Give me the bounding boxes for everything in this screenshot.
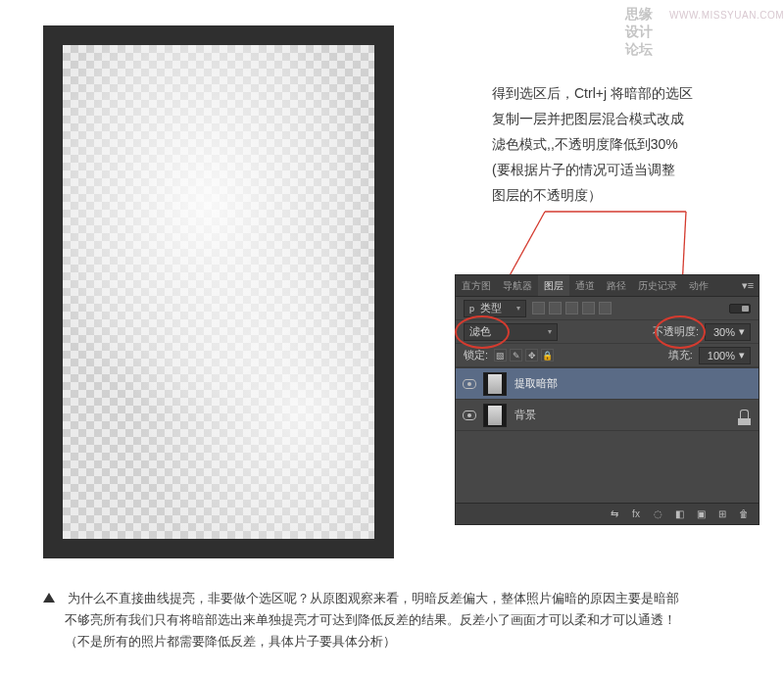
lock-fill-row: 锁定: ▧ ✎ ✥ 🔒 填充: 100% ▾ [456, 344, 759, 367]
tab-paths[interactable]: 路径 [601, 275, 632, 296]
filter-icons [532, 302, 612, 314]
chevron-down-icon: ▾ [548, 327, 552, 336]
panel-footer: ⇆ fx ◌ ◧ ▣ ⊞ 🗑 [456, 503, 759, 524]
lock-position-icon[interactable]: ✥ [525, 349, 538, 362]
lock-paint-icon[interactable]: ✎ [510, 349, 522, 362]
bottom-note: 为什么不直接曲线提亮，非要做个选区呢？从原图观察来看，明暗反差偏大，整体照片偏暗… [43, 588, 749, 652]
layer-thumbnail[interactable] [483, 404, 507, 427]
watermark-text: 思缘设计论坛 [625, 6, 663, 59]
tab-navigator[interactable]: 导航器 [497, 275, 538, 296]
link-layers-icon[interactable]: ⇆ [608, 508, 621, 519]
chevron-down-icon: ▾ [739, 325, 745, 338]
filter-adjust-icon[interactable] [549, 302, 562, 314]
filter-toggle[interactable] [729, 304, 751, 314]
panel-tabs: 直方图 导航器 图层 通道 路径 历史记录 动作 ▾≡ [456, 275, 759, 297]
layer-thumbnail[interactable] [483, 372, 507, 396]
visibility-eye-icon[interactable] [463, 410, 476, 420]
instruction-line: 图层的不透明度） [492, 182, 766, 208]
instruction-line: (要根据片子的情况可适当调整 [492, 157, 766, 182]
chevron-down-icon: ▾ [516, 304, 520, 313]
visibility-eye-icon[interactable] [463, 379, 476, 389]
layer-name: 提取暗部 [514, 376, 759, 391]
layers-panel: 直方图 导航器 图层 通道 路径 历史记录 动作 ▾≡ p 类型 ▾ 滤色 ▾ … [455, 274, 760, 525]
transparency-checker [63, 45, 374, 539]
portrait-ghost-overlay [63, 45, 374, 539]
lock-pixels-icon[interactable]: ▧ [494, 349, 507, 362]
filter-pixel-icon[interactable] [532, 302, 545, 314]
filter-shape-icon[interactable] [582, 302, 595, 314]
highlight-ring-blend [455, 315, 510, 349]
layer-list: 提取暗部 背景 [456, 367, 759, 512]
instruction-line: 复制一层并把图层混合模式改成 [492, 106, 766, 131]
tab-actions[interactable]: 动作 [683, 275, 714, 296]
lock-label: 锁定: [464, 348, 488, 362]
tab-layers[interactable]: 图层 [538, 275, 569, 296]
chevron-down-icon: ▾ [739, 349, 745, 362]
opacity-input[interactable]: 30% ▾ [705, 323, 751, 341]
new-layer-icon[interactable]: ⊞ [715, 508, 729, 519]
tab-history[interactable]: 历史记录 [632, 275, 683, 296]
panel-menu-icon[interactable]: ▾≡ [737, 275, 759, 296]
layer-row[interactable]: 提取暗部 [456, 367, 759, 399]
lock-icon [740, 410, 749, 420]
tab-channels[interactable]: 通道 [569, 275, 601, 296]
layer-row[interactable]: 背景 [456, 399, 759, 430]
note-line: （不是所有的照片都需要降低反差，具体片子要具体分析） [43, 631, 749, 652]
filter-kind-select[interactable]: p 类型 ▾ [464, 300, 526, 317]
filter-text-icon[interactable] [565, 302, 578, 314]
group-icon[interactable]: ▣ [694, 508, 708, 519]
note-line: 不够亮所有我们只有将暗部选出来单独提亮才可达到降低反差的结果。反差小了画面才可以… [43, 609, 749, 631]
fill-label: 填充: [668, 348, 693, 362]
layer-list-empty [456, 430, 759, 512]
watermark-url: WWW.MISSYUAN.COM [669, 10, 784, 21]
instruction-line: 得到选区后，Ctrl+j 将暗部的选区 [492, 80, 766, 106]
highlight-ring-opacity [655, 315, 706, 349]
search-icon: p [469, 304, 474, 314]
layer-name: 背景 [514, 408, 740, 422]
mask-icon[interactable]: ◌ [651, 508, 664, 519]
instruction-line: 滤色模式,,不透明度降低到30% [492, 131, 766, 157]
filter-smart-icon[interactable] [599, 302, 612, 314]
fx-icon[interactable]: fx [629, 508, 643, 519]
instruction-text: 得到选区后，Ctrl+j 将暗部的选区 复制一层并把图层混合模式改成 滤色模式,… [492, 80, 766, 208]
lock-all-icon[interactable]: 🔒 [541, 349, 554, 362]
image-canvas-frame [43, 25, 394, 558]
adjustment-icon[interactable]: ◧ [672, 508, 686, 519]
watermark: 思缘设计论坛 WWW.MISSYUAN.COM [625, 6, 784, 59]
opacity-value: 30% [713, 326, 735, 338]
trash-icon[interactable]: 🗑 [737, 508, 751, 519]
filter-row: p 类型 ▾ [456, 297, 759, 320]
filter-kind-label: 类型 [480, 301, 502, 315]
fill-input[interactable]: 100% ▾ [699, 347, 751, 364]
tab-histogram[interactable]: 直方图 [456, 275, 497, 296]
fill-value: 100% [708, 350, 735, 362]
triangle-bullet-icon [43, 593, 55, 603]
note-line: 为什么不直接曲线提亮，非要做个选区呢？从原图观察来看，明暗反差偏大，整体照片偏暗… [68, 592, 679, 605]
